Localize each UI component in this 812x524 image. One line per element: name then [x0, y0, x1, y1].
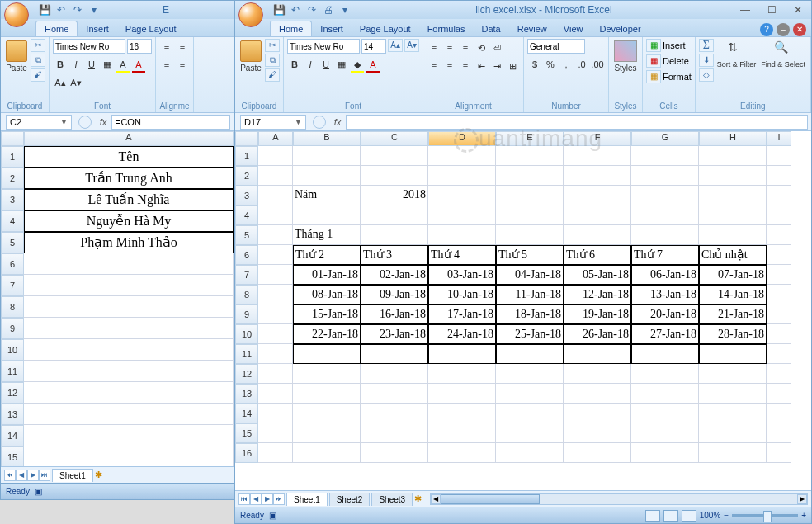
- fill-color-button[interactable]: A: [116, 57, 130, 72]
- formula-input[interactable]: =CON: [111, 115, 230, 130]
- cell[interactable]: [361, 205, 428, 225]
- tab-view[interactable]: View: [555, 21, 592, 36]
- row-header[interactable]: 11: [1, 361, 24, 382]
- cell[interactable]: [767, 166, 791, 186]
- cell[interactable]: [564, 186, 631, 205]
- cell[interactable]: Chủ nhật: [699, 245, 767, 265]
- cell[interactable]: [293, 423, 361, 443]
- cell[interactable]: [293, 364, 361, 384]
- cell[interactable]: Thứ 7: [631, 245, 699, 265]
- office-button[interactable]: [238, 2, 263, 27]
- prev-sheet-icon[interactable]: ◀: [16, 470, 27, 481]
- spreadsheet-grid[interactable]: ABCDEFGHI 123Năm201845Tháng 16Thứ 2Thứ 3…: [235, 131, 811, 490]
- scroll-right-icon[interactable]: ▶: [797, 494, 807, 504]
- cell[interactable]: [258, 285, 293, 304]
- cell[interactable]: [496, 443, 564, 463]
- cell[interactable]: [496, 225, 564, 245]
- indent-dec-button[interactable]: ⇤: [474, 59, 489, 73]
- cell[interactable]: [564, 404, 631, 423]
- cell[interactable]: [428, 205, 496, 225]
- font-size-input[interactable]: [127, 39, 152, 54]
- cell[interactable]: Nguyễn Hà My: [24, 210, 234, 232]
- cell[interactable]: 17-Jan-18: [428, 304, 496, 324]
- row-header[interactable]: 16: [235, 443, 258, 463]
- cell[interactable]: 12-Jan-18: [564, 285, 631, 304]
- qat-more-icon[interactable]: ▾: [87, 2, 102, 17]
- cell[interactable]: [699, 166, 767, 186]
- cell[interactable]: [496, 364, 564, 384]
- cell[interactable]: [564, 225, 631, 245]
- cell[interactable]: [361, 146, 428, 166]
- sheet-tab-1[interactable]: Sheet1: [52, 469, 93, 482]
- cell[interactable]: 02-Jan-18: [361, 265, 428, 285]
- tab-developer[interactable]: Developer: [591, 21, 649, 36]
- cell[interactable]: [767, 225, 791, 245]
- new-sheet-icon[interactable]: ✱: [95, 470, 102, 480]
- font-size-input[interactable]: [361, 39, 386, 54]
- cell[interactable]: 19-Jan-18: [564, 304, 631, 324]
- paste-button[interactable]: Paste: [238, 39, 263, 74]
- cell[interactable]: [767, 324, 791, 344]
- cell[interactable]: [293, 344, 361, 364]
- cell[interactable]: Thứ 3: [361, 245, 428, 265]
- row-header[interactable]: 8: [235, 285, 258, 304]
- first-sheet-icon[interactable]: ⏮: [4, 470, 16, 481]
- row-header[interactable]: 5: [1, 232, 24, 253]
- cell[interactable]: [293, 205, 361, 225]
- row-header[interactable]: 6: [1, 253, 24, 275]
- col-header-G[interactable]: G: [631, 131, 699, 146]
- cell[interactable]: [767, 364, 791, 384]
- fill-color-button[interactable]: ◆: [350, 57, 365, 72]
- cell[interactable]: Thứ 5: [496, 245, 564, 265]
- row-header[interactable]: 9: [235, 304, 258, 324]
- page-layout-view-button[interactable]: [663, 510, 678, 522]
- paste-button[interactable]: Paste: [4, 39, 29, 74]
- cell[interactable]: [361, 364, 428, 384]
- cell[interactable]: 20-Jan-18: [631, 304, 699, 324]
- undo-icon[interactable]: ↶: [288, 2, 303, 17]
- sheet-tab-1[interactable]: Sheet1: [286, 493, 328, 506]
- redo-icon[interactable]: ↷: [304, 2, 319, 17]
- clear-button[interactable]: ◇: [699, 68, 714, 82]
- shrink-font-button[interactable]: A▾: [68, 75, 83, 90]
- cell[interactable]: [767, 186, 791, 205]
- cell[interactable]: [258, 186, 293, 205]
- cell[interactable]: Tháng 1: [293, 225, 361, 245]
- select-all-corner[interactable]: [1, 131, 24, 146]
- office-button[interactable]: [4, 2, 29, 27]
- cell[interactable]: [631, 384, 699, 404]
- cell[interactable]: 08-Jan-18: [293, 285, 361, 304]
- align-middle-button[interactable]: ≡: [442, 40, 457, 55]
- cell[interactable]: [631, 364, 699, 384]
- tab-home[interactable]: Home: [270, 21, 312, 36]
- cell[interactable]: [24, 425, 234, 446]
- sheet-tab-2[interactable]: Sheet2: [329, 493, 371, 506]
- cell[interactable]: [293, 146, 361, 166]
- format-painter-icon[interactable]: 🖌: [31, 68, 45, 82]
- cell[interactable]: [428, 146, 496, 166]
- cell[interactable]: [428, 225, 496, 245]
- tab-formulas[interactable]: Formulas: [419, 21, 474, 36]
- tab-insert[interactable]: Insert: [78, 21, 117, 36]
- shrink-font-button[interactable]: A▾: [404, 39, 419, 52]
- cell[interactable]: [564, 364, 631, 384]
- cell[interactable]: [496, 205, 564, 225]
- font-name-input[interactable]: [53, 39, 125, 54]
- cell[interactable]: [24, 296, 234, 318]
- col-header-F[interactable]: F: [564, 131, 631, 146]
- cell[interactable]: [496, 423, 564, 443]
- align-center-button[interactable]: ≡: [175, 59, 190, 73]
- cell[interactable]: 25-Jan-18: [496, 324, 564, 344]
- autosum-button[interactable]: Σ: [699, 39, 714, 52]
- row-header[interactable]: 2: [1, 168, 24, 189]
- format-icon[interactable]: ▦: [646, 70, 661, 83]
- scroll-thumb[interactable]: [441, 494, 540, 504]
- font-color-button[interactable]: A: [131, 57, 146, 72]
- cut-icon[interactable]: ✂: [265, 39, 280, 52]
- row-header[interactable]: 15: [235, 423, 258, 443]
- insert-icon[interactable]: ▦: [646, 39, 661, 52]
- next-sheet-icon[interactable]: ▶: [262, 493, 273, 505]
- minimize-button[interactable]: —: [735, 4, 755, 16]
- wrap-text-button[interactable]: ⏎: [489, 40, 504, 55]
- cell[interactable]: 23-Jan-18: [361, 324, 428, 344]
